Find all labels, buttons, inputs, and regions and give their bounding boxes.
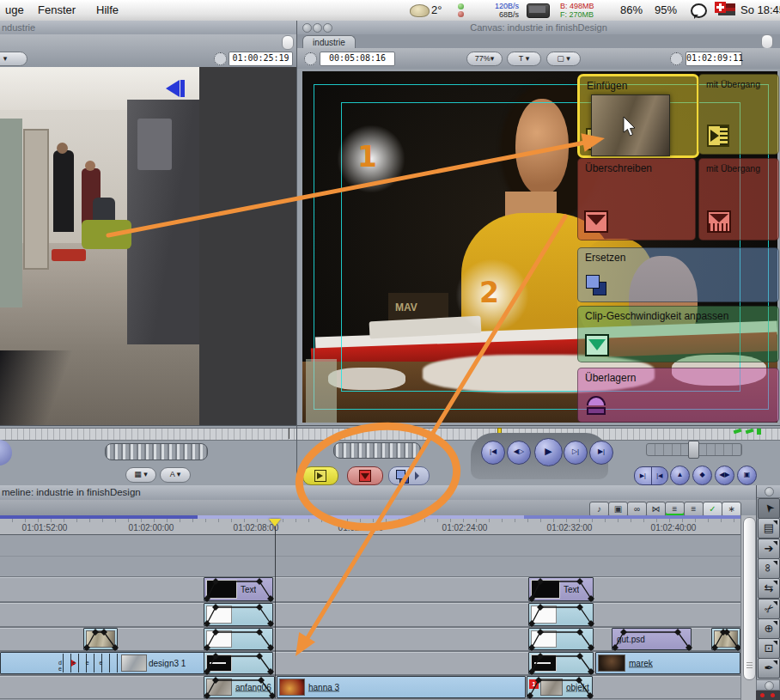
clip-thumbnail <box>206 630 232 648</box>
flyout-indicator-icon <box>773 621 777 625</box>
clip-thumbnail <box>121 654 147 672</box>
zoom-tool-icon: ⊕ <box>765 619 774 637</box>
clip-label: design3 1 <box>149 659 186 668</box>
timeline-clip-hanna-3[interactable]: hanna 3 <box>277 676 526 698</box>
flyout-indicator-icon <box>773 541 777 545</box>
slip-tool[interactable]: ⇆ <box>758 578 780 599</box>
timeline-clip[interactable] <box>204 628 273 650</box>
selection-tool-icon: ➤ <box>759 499 778 518</box>
flyout-indicator-icon <box>773 520 777 525</box>
timeline-clip-anfang06[interactable]: anfang06 <box>204 676 275 698</box>
timeline-playhead-line[interactable] <box>275 520 276 698</box>
tool-palette-close-button[interactable] <box>765 487 774 496</box>
clip-thumbnail <box>86 630 115 648</box>
timeline-clip[interactable] <box>528 652 594 674</box>
slip-tool-icon: ⇆ <box>765 579 774 597</box>
timeline-clip[interactable] <box>83 628 118 650</box>
flyout-indicator-icon <box>773 601 777 606</box>
clip-thumbnail <box>206 679 232 696</box>
timeline-track[interactable] <box>0 602 740 627</box>
audio-meters-body <box>756 691 780 700</box>
timeline-scrollbar-thumb[interactable] <box>743 517 756 680</box>
subclip-segments: d e e e e <box>56 654 118 673</box>
select-track-forward-tool-icon: ➔ <box>765 539 774 557</box>
roll-tool[interactable]: ∞ <box>758 558 780 579</box>
clip-thumbnail <box>206 580 237 599</box>
clip-thumbnail <box>598 654 625 672</box>
clip-thumbnail <box>714 630 738 648</box>
clip-thumbnail <box>206 654 232 672</box>
clip-label: Text <box>564 585 579 594</box>
timeline-clip[interactable] <box>204 603 273 626</box>
timeline-clip[interactable] <box>528 628 594 650</box>
clip-label: marek <box>629 659 653 668</box>
audio-meter-led-right <box>771 693 775 697</box>
clip-marker-badge: 1 <box>529 679 539 689</box>
roll-tool-icon: ∞ <box>760 564 778 572</box>
clip-label: gut.psd <box>617 635 645 644</box>
timeline-clip-objekt[interactable]: 1objekt <box>527 676 593 698</box>
select-track-forward-tool[interactable]: ➔ <box>758 539 780 559</box>
crop-tool-icon: ⊡ <box>765 639 774 657</box>
clip-label: Text <box>241 585 256 594</box>
audio-meters-close-button[interactable] <box>765 681 774 691</box>
timeline-clip-text[interactable]: Text <box>528 577 594 601</box>
zoom-tool[interactable]: ⊕ <box>758 618 780 639</box>
clip-thumbnail <box>279 679 305 696</box>
selection-tool[interactable]: ➤ <box>758 498 780 519</box>
final-cut-pro-screen: uge Fenster Hilfe 2° 120B/s 68B/s B: 498… <box>0 0 780 700</box>
clip-label: objekt <box>566 683 589 692</box>
timeline-clip[interactable] <box>711 628 740 650</box>
timeline-track[interactable] <box>0 576 740 602</box>
timeline-clip-gut-psd[interactable]: gut.psd <box>612 628 692 650</box>
clip-label: hanna 3 <box>308 683 339 692</box>
segment-letters: d e e e e <box>58 660 118 672</box>
clip-thumbnail <box>531 580 560 599</box>
timeline-playhead[interactable] <box>269 519 281 527</box>
timeline-clip-text[interactable]: Text <box>204 577 273 601</box>
audio-meters-titlebar[interactable] <box>756 679 780 691</box>
audio-meter-led-left <box>760 693 765 697</box>
pen-tool-icon: ✒ <box>765 659 774 677</box>
clip-thumbnail <box>206 606 232 624</box>
razor-blade-tool[interactable]: ✂ <box>758 599 780 619</box>
clip-label: anfang06 <box>235 683 271 692</box>
canvas-scroll-nub[interactable] <box>761 34 773 49</box>
timeline-clip[interactable] <box>204 652 273 674</box>
crop-tool[interactable]: ⊡ <box>758 638 780 659</box>
clip-thumbnail <box>531 606 557 624</box>
pen-tool[interactable]: ✒ <box>758 658 780 679</box>
clip-thumbnail <box>531 654 557 672</box>
flyout-indicator-icon <box>773 561 777 565</box>
flyout-indicator-icon <box>773 660 777 665</box>
flyout-indicator-icon <box>773 641 777 645</box>
timeline-clip[interactable] <box>528 603 594 626</box>
timeline-clip-design3-1[interactable]: d e e e edesign3 1 <box>0 652 206 674</box>
clip-thumbnail <box>531 630 557 648</box>
flyout-indicator-icon <box>773 581 777 585</box>
timeline-clip-marek[interactable]: marek <box>595 652 740 674</box>
clip-thumbnail <box>540 679 563 696</box>
timeline-scrollbar[interactable] <box>740 515 757 700</box>
edit-selection-tool[interactable]: ▤ <box>758 518 780 539</box>
